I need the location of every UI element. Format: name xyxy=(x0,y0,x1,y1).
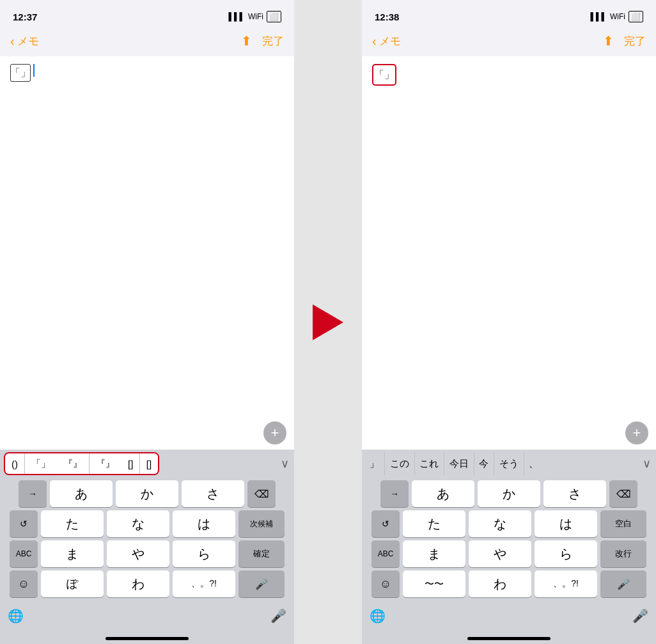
key-row-1-right: → あ か さ ⌫ xyxy=(364,480,654,507)
suggestion-highlight-box-left: () 「」 『』 『』 [] [] xyxy=(4,452,159,475)
key-row-3-right: ABC ま や ら 改行 xyxy=(364,540,654,567)
sugg-item-4[interactable]: 『』 xyxy=(90,453,121,474)
bottom-bar-right: 🌐 🎤 xyxy=(362,603,656,631)
key-ha-right[interactable]: は xyxy=(535,510,597,537)
signal-icon-right: ▌▌▌ xyxy=(590,12,607,21)
share-icon-right[interactable]: ⬆ xyxy=(603,33,614,49)
key-mic-left[interactable]: 🎤 xyxy=(238,570,285,597)
text-cursor-left xyxy=(33,64,35,77)
chevron-down-icon-right[interactable]: ∨ xyxy=(643,457,651,471)
key-ya-left[interactable]: や xyxy=(107,540,169,567)
text-content-left: 「」 xyxy=(10,64,284,82)
nav-back-right[interactable]: ‹ メモ xyxy=(372,34,401,49)
back-arrow-icon-left: ‹ xyxy=(10,34,15,49)
key-arrow-left[interactable]: → xyxy=(19,480,47,507)
nav-bar-left: ‹ メモ ⬆ 完了 xyxy=(0,28,294,56)
key-ta-right[interactable]: た xyxy=(403,510,465,537)
key-a-left[interactable]: あ xyxy=(50,480,113,507)
content-area-left: 「」 + xyxy=(0,56,294,450)
nav-back-label-left: メモ xyxy=(17,34,39,49)
sugg-item-2[interactable]: 「」 xyxy=(25,453,57,474)
nav-back-label-right: メモ xyxy=(379,34,401,49)
key-a-right[interactable]: あ xyxy=(412,480,474,507)
sugg-r-2[interactable]: この xyxy=(385,458,414,470)
home-indicator-right xyxy=(467,637,551,640)
status-time-left: 12:37 xyxy=(13,12,37,22)
key-ma-left[interactable]: ま xyxy=(41,540,104,567)
key-delete-left[interactable]: ⌫ xyxy=(247,480,276,507)
globe-icon-left[interactable]: 🌐 xyxy=(8,608,24,624)
key-ma-right[interactable]: ま xyxy=(403,540,465,567)
status-time-right: 12:38 xyxy=(375,12,399,22)
keyboard-area-right: 」 この これ 今日 今 そう 、 ∨ → あ か xyxy=(362,450,656,644)
key-ka-left[interactable]: か xyxy=(116,480,178,507)
key-undo-right[interactable]: ↺ xyxy=(371,510,400,537)
sugg-r-1[interactable]: 」 xyxy=(364,458,384,470)
battery-icon-right: ⬜ xyxy=(629,11,643,22)
nav-back-left[interactable]: ‹ メモ xyxy=(10,34,39,49)
key-emoji-right[interactable]: ☺ xyxy=(371,570,400,597)
key-confirm-left[interactable]: 確定 xyxy=(238,540,285,567)
sugg-r-7[interactable]: 、 xyxy=(524,458,543,470)
sugg-r-4[interactable]: 今日 xyxy=(444,458,474,470)
key-wa-right[interactable]: わ xyxy=(469,570,531,597)
key-punct-left[interactable]: 、。?! xyxy=(173,570,235,597)
globe-icon-right[interactable]: 🌐 xyxy=(370,608,386,624)
key-ha-left[interactable]: は xyxy=(173,510,235,537)
key-abc-right[interactable]: ABC xyxy=(371,540,400,567)
sugg-item-5[interactable]: [] xyxy=(121,453,139,474)
key-na-right[interactable]: な xyxy=(469,510,531,537)
chevron-down-icon-left[interactable]: ∨ xyxy=(281,457,289,471)
status-bar-left: 12:37 ▌▌▌ WiFi ⬜ xyxy=(0,0,294,28)
key-sa-left[interactable]: さ xyxy=(182,480,244,507)
key-row-4-left: ☺ ぽ わ 、。?! 🎤 xyxy=(2,570,292,597)
sugg-r-3[interactable]: これ xyxy=(414,458,444,470)
right-phone-screen: 12:38 ▌▌▌ WiFi ⬜ ‹ メモ ⬆ 完了 「」 + 」 xyxy=(362,0,656,644)
sugg-item-6[interactable]: [] xyxy=(140,453,158,474)
content-area-right: 「」 + xyxy=(362,56,656,450)
done-button-left[interactable]: 完了 xyxy=(262,34,284,49)
done-button-right[interactable]: 完了 xyxy=(624,34,646,49)
mic-icon-left[interactable]: 🎤 xyxy=(270,608,286,624)
key-mic-right-b[interactable]: 🎤 xyxy=(600,570,646,597)
key-ya-right[interactable]: や xyxy=(469,540,531,567)
key-arrow-right[interactable]: → xyxy=(380,480,409,507)
wifi-icon-left: WiFi xyxy=(248,12,263,21)
sugg-item-3[interactable]: 『』 xyxy=(57,453,89,474)
mic-icon-right[interactable]: 🎤 xyxy=(632,608,648,624)
home-indicator-left xyxy=(105,637,189,640)
sugg-r-5[interactable]: 今 xyxy=(474,458,494,470)
key-undo-left[interactable]: ↺ xyxy=(10,510,38,537)
key-ra-right[interactable]: ら xyxy=(535,540,597,567)
key-abc-left[interactable]: ABC xyxy=(10,540,38,567)
plus-button-left[interactable]: + xyxy=(263,421,286,444)
status-icons-left: ▌▌▌ WiFi ⬜ xyxy=(228,11,281,22)
key-ka-right[interactable]: か xyxy=(478,480,540,507)
status-bar-right: 12:38 ▌▌▌ WiFi ⬜ xyxy=(362,0,656,28)
share-icon-left[interactable]: ⬆ xyxy=(241,33,252,49)
sugg-item-1[interactable]: () xyxy=(5,453,24,474)
key-ra-left[interactable]: ら xyxy=(173,540,235,567)
key-row-4-right: ☺ 〜〜 わ 、。?! 🎤 xyxy=(364,570,654,597)
sugg-r-6[interactable]: そう xyxy=(494,458,524,470)
key-punct-right[interactable]: 、。?! xyxy=(535,570,597,597)
status-icons-right: ▌▌▌ WiFi ⬜ xyxy=(590,11,643,22)
left-phone-screen: 12:37 ▌▌▌ WiFi ⬜ ‹ メモ ⬆ 完了 「」 + xyxy=(0,0,294,644)
key-wa-left[interactable]: わ xyxy=(107,570,169,597)
plus-button-right[interactable]: + xyxy=(625,421,648,444)
key-po-left[interactable]: ぽ xyxy=(41,570,104,597)
nav-actions-left: ⬆ 完了 xyxy=(241,33,284,49)
key-next-cand-left[interactable]: 次候補 xyxy=(238,510,285,537)
key-ta-left[interactable]: た xyxy=(41,510,104,537)
nav-bar-right: ‹ メモ ⬆ 完了 xyxy=(362,28,656,56)
bracket-icon-highlighted-right: 「」 xyxy=(372,64,396,86)
key-row-3-left: ABC ま や ら 確定 xyxy=(2,540,292,567)
key-delete-right[interactable]: ⌫ xyxy=(609,480,637,507)
key-space-right[interactable]: 空白 xyxy=(600,510,646,537)
key-return-right[interactable]: 改行 xyxy=(600,540,646,567)
key-tilde-right[interactable]: 〜〜 xyxy=(403,570,465,597)
key-sa-right[interactable]: さ xyxy=(543,480,606,507)
keyboard-rows-right: → あ か さ ⌫ ↺ た な は 空白 ABC ま や ら 改行 xyxy=(362,478,656,603)
key-emoji-left[interactable]: ☺ xyxy=(10,570,38,597)
key-na-left[interactable]: な xyxy=(107,510,169,537)
